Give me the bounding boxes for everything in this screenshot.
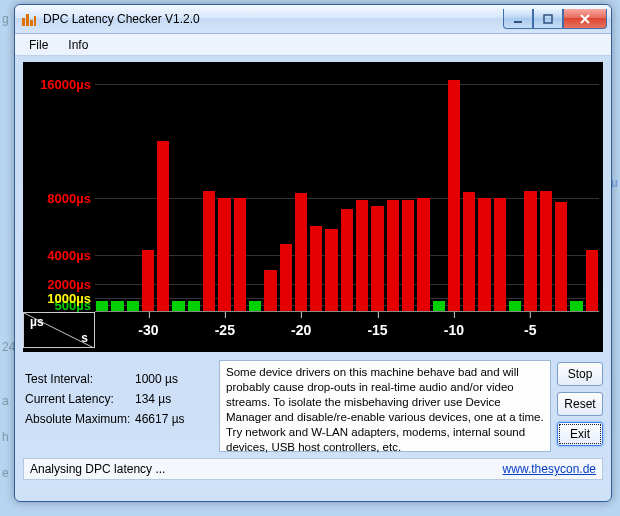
- bar-column: [233, 70, 247, 311]
- window-title: DPC Latency Checker V1.2.0: [43, 12, 503, 26]
- menubar: File Info: [15, 34, 611, 56]
- exit-button[interactable]: Exit: [557, 422, 603, 446]
- status-bar: Analysing DPC latency ... www.thesycon.d…: [23, 458, 603, 480]
- x-tick-label: -15: [367, 312, 387, 348]
- y-axis-unit: µs: [30, 315, 44, 329]
- reset-button[interactable]: Reset: [557, 392, 603, 416]
- bar-column: [401, 70, 415, 311]
- bar-column: [462, 70, 476, 311]
- y-tick-label: 8000µs: [47, 191, 91, 206]
- lower-panel: Test Interval: 1000 µs Current Latency: …: [23, 360, 603, 452]
- svg-rect-2: [30, 20, 33, 26]
- current-latency-label: Current Latency:: [25, 392, 135, 406]
- bar-column: [386, 70, 400, 311]
- titlebar[interactable]: DPC Latency Checker V1.2.0: [15, 5, 611, 34]
- bar-column: [324, 70, 338, 311]
- y-tick-label: 1000µs: [47, 290, 91, 305]
- bar-column: [309, 70, 323, 311]
- svg-rect-4: [514, 21, 522, 23]
- bar-column: [217, 70, 231, 311]
- bar-column: [110, 70, 124, 311]
- bar-column: [493, 70, 507, 311]
- bar-column: [141, 70, 155, 311]
- bar-column: [355, 70, 369, 311]
- bar-column: [171, 70, 185, 311]
- bar-column: [416, 70, 430, 311]
- status-text: Analysing DPC latency ...: [30, 462, 165, 476]
- bar-column: [569, 70, 583, 311]
- bar-column: [187, 70, 201, 311]
- axis-corner: µs s: [23, 312, 95, 348]
- bar-column: [263, 70, 277, 311]
- x-tick-label: -30: [138, 312, 158, 348]
- menu-info[interactable]: Info: [58, 36, 98, 54]
- test-interval-label: Test Interval:: [25, 372, 135, 386]
- close-button[interactable]: [563, 9, 607, 29]
- absolute-max-label: Absolute Maximum:: [25, 412, 135, 426]
- bar-column: [248, 70, 262, 311]
- bar-column: [477, 70, 491, 311]
- message-box: Some device drivers on this machine beha…: [219, 360, 551, 452]
- bar-column: [202, 70, 216, 311]
- app-window: DPC Latency Checker V1.2.0 File Info 500…: [14, 4, 612, 502]
- vendor-link[interactable]: www.thesycon.de: [503, 462, 596, 476]
- bar-column: [95, 70, 109, 311]
- bar-column: [523, 70, 537, 311]
- y-tick-label: 2000µs: [47, 276, 91, 291]
- maximize-button[interactable]: [533, 9, 563, 29]
- y-tick-label: 4000µs: [47, 248, 91, 263]
- x-tick-label: -10: [444, 312, 464, 348]
- absolute-max-value: 46617 µs: [135, 412, 211, 426]
- bar-column: [340, 70, 354, 311]
- app-icon: [21, 11, 37, 27]
- bar-column: [539, 70, 553, 311]
- bar-column: [447, 70, 461, 311]
- stats-panel: Test Interval: 1000 µs Current Latency: …: [23, 360, 213, 452]
- bar-column: [370, 70, 384, 311]
- bar-column: [156, 70, 170, 311]
- bar-column: [294, 70, 308, 311]
- svg-rect-5: [544, 15, 552, 23]
- test-interval-value: 1000 µs: [135, 372, 211, 386]
- minimize-button[interactable]: [503, 9, 533, 29]
- latency-chart: 500µs1000µs2000µs4000µs8000µs16000µs µs …: [23, 62, 603, 352]
- svg-rect-0: [22, 18, 25, 26]
- svg-rect-1: [26, 14, 29, 26]
- x-tick-label: -5: [524, 312, 536, 348]
- bar-column: [279, 70, 293, 311]
- bar-column: [585, 70, 599, 311]
- bar-column: [508, 70, 522, 311]
- svg-rect-3: [34, 16, 36, 26]
- bar-column: [554, 70, 568, 311]
- stop-button[interactable]: Stop: [557, 362, 603, 386]
- bar-column: [432, 70, 446, 311]
- x-tick-label: -20: [291, 312, 311, 348]
- x-axis-unit: s: [81, 331, 88, 345]
- x-tick-label: -25: [215, 312, 235, 348]
- menu-file[interactable]: File: [19, 36, 58, 54]
- y-tick-label: 16000µs: [40, 77, 91, 92]
- current-latency-value: 134 µs: [135, 392, 211, 406]
- bar-column: [126, 70, 140, 311]
- button-column: Stop Reset Exit: [557, 360, 603, 452]
- window-buttons: [503, 9, 607, 29]
